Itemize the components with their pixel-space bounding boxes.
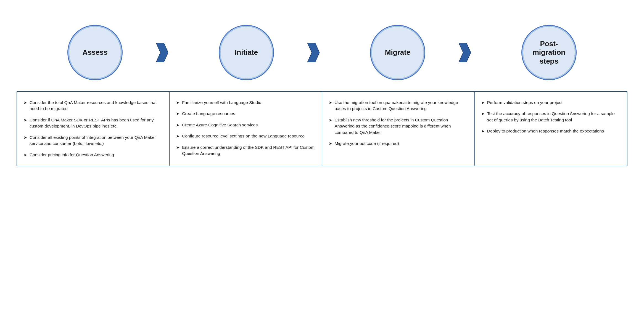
svg-marker-0 bbox=[156, 43, 168, 62]
bullet-text: Configure resource level settings on the… bbox=[182, 133, 315, 139]
bullet-arrow-icon: ➤ bbox=[481, 100, 484, 106]
bullet-text: Use the migration tool on qnamaker.ai to… bbox=[335, 100, 468, 112]
phase-arrow-icon-initiate bbox=[307, 43, 320, 62]
bullet-text: Consider the total QnA Maker resources a… bbox=[30, 100, 163, 112]
bullet-arrow-icon: ➤ bbox=[24, 118, 27, 123]
circles-row: AssessInitiateMigratePost- migration ste… bbox=[17, 25, 627, 80]
phase-circle-wrapper-initiate: Initiate bbox=[180, 25, 313, 80]
bullet-arrow-icon: ➤ bbox=[329, 141, 332, 147]
phase-circle-initiate: Initiate bbox=[219, 25, 274, 80]
bullet-text: Consider all existing points of integrat… bbox=[30, 134, 163, 147]
bullet-arrow-icon: ➤ bbox=[329, 100, 332, 106]
phase-circle-wrapper-assess: Assess bbox=[28, 25, 162, 80]
phase-circle-wrapper-post-migration: Post- migration steps bbox=[482, 25, 616, 80]
phase-circle-migrate: Migrate bbox=[370, 25, 425, 80]
phase-arrow-icon-migrate bbox=[459, 43, 471, 62]
list-item: ➤Test the accuracy of responses in Quest… bbox=[481, 111, 620, 123]
list-item: ➤Create Language resources bbox=[176, 111, 315, 117]
bullet-arrow-icon: ➤ bbox=[176, 100, 179, 106]
bullet-text: Create Azure Cognitive Search services bbox=[182, 122, 315, 128]
phase-label-migrate: Migrate bbox=[385, 48, 410, 57]
bullet-text: Deploy to production when responses matc… bbox=[487, 128, 620, 134]
bullet-text: Consider if QnA Maker SDK or REST APIs h… bbox=[30, 117, 163, 129]
bullet-arrow-icon: ➤ bbox=[176, 123, 179, 128]
bullet-text: Familiarize yourself with Language Studi… bbox=[182, 100, 315, 106]
bullet-text: Ensure a correct understanding of the SD… bbox=[182, 144, 315, 157]
list-item: ➤Use the migration tool on qnamaker.ai t… bbox=[329, 100, 468, 112]
content-row: ➤Consider the total QnA Maker resources … bbox=[17, 91, 627, 166]
bullet-arrow-icon: ➤ bbox=[176, 111, 179, 117]
svg-marker-2 bbox=[459, 43, 471, 62]
bullet-text: Consider pricing info for Question Answe… bbox=[30, 152, 163, 158]
bullet-arrow-icon: ➤ bbox=[24, 100, 27, 106]
list-item: ➤Consider all existing points of integra… bbox=[24, 134, 163, 147]
bullet-text: Test the accuracy of responses in Questi… bbox=[487, 111, 620, 123]
phase-arrow-icon-assess bbox=[156, 43, 168, 62]
list-item: ➤Perform validation steps on your projec… bbox=[481, 100, 620, 106]
list-item: ➤Create Azure Cognitive Search services bbox=[176, 122, 315, 128]
bullet-arrow-icon: ➤ bbox=[24, 135, 27, 140]
list-item: ➤Consider if QnA Maker SDK or REST APIs … bbox=[24, 117, 163, 129]
phases-container: AssessInitiateMigratePost- migration ste… bbox=[17, 25, 627, 166]
list-item: ➤Migrate your bot code (if required) bbox=[329, 140, 468, 147]
list-item: ➤Establish new threshold for the project… bbox=[329, 117, 468, 136]
bullet-arrow-icon: ➤ bbox=[24, 153, 27, 158]
phase-label-assess: Assess bbox=[82, 48, 107, 57]
phase-label-post-migration: Post- migration steps bbox=[533, 40, 565, 66]
bullet-arrow-icon: ➤ bbox=[481, 111, 484, 117]
bullet-arrow-icon: ➤ bbox=[329, 118, 332, 123]
list-item: ➤Ensure a correct understanding of the S… bbox=[176, 144, 315, 157]
list-item: ➤Consider the total QnA Maker resources … bbox=[24, 100, 163, 112]
phase-circle-wrapper-migrate: Migrate bbox=[331, 25, 464, 80]
content-col-post-migration: ➤Perform validation steps on your projec… bbox=[475, 92, 627, 166]
content-col-migrate: ➤Use the migration tool on qnamaker.ai t… bbox=[322, 92, 475, 166]
bullet-arrow-icon: ➤ bbox=[481, 129, 484, 134]
content-col-assess: ➤Consider the total QnA Maker resources … bbox=[17, 92, 170, 166]
list-item: ➤Deploy to production when responses mat… bbox=[481, 128, 620, 134]
content-col-initiate: ➤Familiarize yourself with Language Stud… bbox=[170, 92, 322, 166]
bullet-text: Migrate your bot code (if required) bbox=[335, 140, 468, 147]
phase-circle-post-migration: Post- migration steps bbox=[521, 25, 577, 80]
bullet-arrow-icon: ➤ bbox=[176, 134, 179, 139]
bullet-text: Establish new threshold for the projects… bbox=[335, 117, 468, 136]
phase-circle-assess: Assess bbox=[67, 25, 123, 80]
bullet-text: Create Language resources bbox=[182, 111, 315, 117]
bullet-text: Perform validation steps on your project bbox=[487, 100, 620, 106]
bullet-arrow-icon: ➤ bbox=[176, 145, 179, 150]
phase-label-initiate: Initiate bbox=[235, 48, 258, 57]
list-item: ➤Familiarize yourself with Language Stud… bbox=[176, 100, 315, 106]
svg-marker-1 bbox=[307, 43, 320, 62]
list-item: ➤Configure resource level settings on th… bbox=[176, 133, 315, 139]
list-item: ➤Consider pricing info for Question Answ… bbox=[24, 152, 163, 158]
